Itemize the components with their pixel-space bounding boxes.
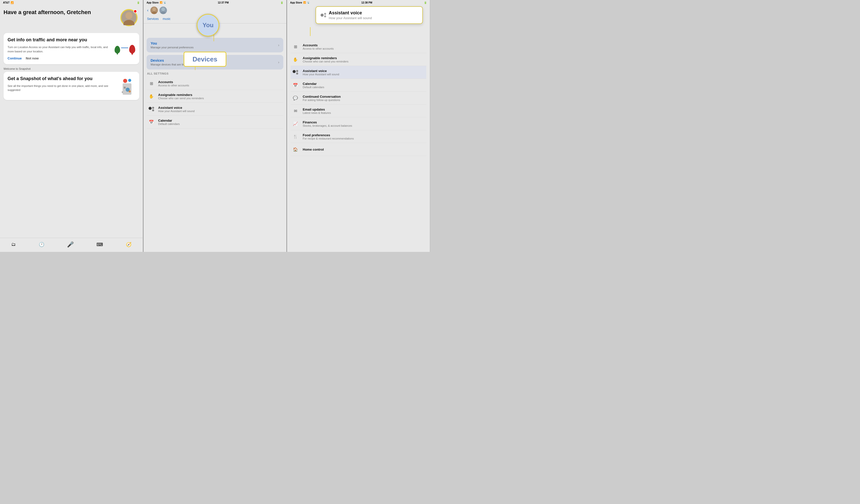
panel2-nav: ‹ [144,5,286,16]
nav-explore[interactable]: 🧭 [126,242,131,247]
calendar-title: Calendar [158,119,282,123]
panel-2: App Store 📶 📡 12:37 PM 🔋 ‹ [144,0,287,252]
snapshot-card: Get a Snapshot of what's ahead for you S… [3,72,139,100]
p3-email-icon: ✉ [292,107,299,115]
map-pin-green [115,46,120,53]
p3-finances-icon: 📈 [292,120,299,127]
p3-finances-sub: Stocks, brokerages, & account balances [303,124,425,127]
you-section-subtitle: Manage your personal preferences [150,46,194,49]
accounts-title: Accounts [158,80,282,84]
back-button[interactable]: ‹ [147,8,148,13]
carrier-label-2: App Store [146,1,159,4]
avatar-row [150,6,283,14]
voice-dot-1 [148,107,152,110]
music-link[interactable]: music [163,17,171,21]
p3-finances-title: Finances [303,120,425,124]
battery-icon: 🔋 [137,1,140,4]
p3-settings-finances[interactable]: 📈 Finances Stocks, brokerages, & account… [291,117,426,130]
p3-settings-home[interactable]: 🏠 Home control [291,143,426,156]
snapshot-label: Welcome to Snapshot [3,67,139,70]
you-section-card[interactable]: You Manage your personal preferences › [146,38,283,53]
location-illustration [115,45,135,53]
reminders-sub: Choose who can send you reminders [158,97,282,100]
nav-recent[interactable]: 🕐 [39,242,44,247]
notification-badge [133,10,137,13]
assistant-voice-tooltip: Assistant voice How your Assistant will … [316,6,422,24]
voice-dot-2 [152,107,154,109]
reminders-title: Assignable reminders [158,93,282,97]
location-card: Get info on traffic and more near you Tu… [3,33,139,64]
location-card-actions: Continue Not now [8,56,135,60]
services-link[interactable]: Services [147,17,159,21]
p3-calendar-sub: Default calendars [303,86,425,89]
devices-label: Devices [193,55,217,63]
p3-accounts-title: Accounts [303,43,425,47]
snapshot-nav-icon: 🗂 [11,242,16,247]
devices-chevron-icon: › [278,60,279,64]
panel-1: AT&T 📶 🔋 Have a great afternoon, Gretche… [0,0,143,252]
continue-button[interactable]: Continue [8,56,22,60]
p3-email-sub: Latest news & features [303,111,425,114]
p3-settings-email[interactable]: ✉ Email updates Latest news & features [291,104,426,117]
map-route [121,48,128,48]
settings-item-calendar[interactable]: 📅 Calendar Default calendars [146,116,283,128]
p3-voice-sub: How your Assistant will sound [303,73,425,76]
calendar-info: Calendar Default calendars [158,119,282,126]
svg-point-11 [161,8,165,11]
p3-settings-food[interactable]: 🍴 Food preferences For recipe & restaura… [291,130,426,143]
status-bar-3: App Store 📶 📡 12:38 PM 🔋 [287,0,430,5]
p3-voice-dot-3 [296,73,298,74]
p3-reminders-sub: Choose who can send you reminders [303,60,425,63]
nav-snapshot[interactable]: 🗂 [11,242,16,247]
p3-settings-reminders[interactable]: ✋ Assignable reminders Choose who can se… [291,53,426,66]
p3-food-sub: For recipe & restaurant recommendations [303,137,425,140]
mic-nav-icon: 🎤 [67,241,74,248]
settings-item-accounts[interactable]: ⊞ Accounts Access to other accounts [146,77,283,90]
p3-accounts-icon: ⊞ [292,43,299,51]
carrier-label-3: App Store [290,1,302,4]
you-label: You [202,21,214,29]
snapshot-title: Get a Snapshot of what's ahead for you [8,76,118,82]
p3-settings-conversation[interactable]: 💬 Continued Conversation For asking foll… [291,92,426,104]
panel-3: App Store 📶 📡 12:38 PM 🔋 Assistant voice… [287,0,430,252]
voice-info: Assistant voice How your Assistant will … [158,106,282,113]
avatar-highlight-area [120,9,139,28]
reminders-info: Assignable reminders Choose who can send… [158,93,282,100]
p3-accounts-sub: Access to other accounts [303,47,425,50]
p3-calendar-info: Calendar Default calendars [303,82,425,89]
p3-reminders-icon: ✋ [292,56,299,63]
avatar-large[interactable] [120,9,138,26]
svg-point-4 [128,79,131,82]
time-3: 12:38 PM [361,1,372,4]
nav-keyboard[interactable]: ⌨ [97,242,103,247]
wifi-icon-2: 📡 [163,1,166,4]
p3-email-title: Email updates [303,107,425,111]
not-now-button[interactable]: Not now [26,56,39,60]
carrier-label: AT&T [3,1,10,4]
svg-point-10 [151,12,157,14]
p3-settings-calendar[interactable]: 📅 Calendar Default calendars [291,79,426,92]
svg-point-3 [123,79,127,83]
p3-voice-info: Assistant voice How your Assistant will … [303,69,425,76]
tooltip-text: Assistant voice How your Assistant will … [329,10,372,20]
p3-finances-info: Finances Stocks, brokerages, & account b… [303,120,425,127]
all-settings-label: ALL SETTINGS [147,72,283,75]
location-card-body: Turn on Location Access so your Assistan… [8,45,135,53]
settings-item-voice[interactable]: Assistant voice How your Assistant will … [146,103,283,116]
svg-text:⊞: ⊞ [124,86,126,89]
status-bar-1: AT&T 📶 🔋 [0,0,143,5]
svg-point-12 [160,12,166,14]
p3-settings-accounts[interactable]: ⊞ Accounts Access to other accounts [291,40,426,53]
settings-item-reminders[interactable]: ✋ Assignable reminders Choose who can se… [146,90,283,103]
p3-calendar-icon: 📅 [292,81,299,89]
p3-reminders-title: Assignable reminders [303,56,425,60]
bottom-nav: 🗂 🕐 🎤 ⌨ 🧭 [0,238,143,252]
nav-mic[interactable]: 🎤 [67,241,74,248]
location-card-title: Get info on traffic and more near you [8,37,135,43]
you-section-title: You [150,41,194,45]
assistant-voice-icon [320,13,326,17]
p3-settings-voice[interactable]: Assistant voice How your Assistant will … [291,66,426,79]
voice-dots-small [324,13,326,17]
avatar-2-image [159,6,167,14]
avatar-1 [150,6,158,14]
